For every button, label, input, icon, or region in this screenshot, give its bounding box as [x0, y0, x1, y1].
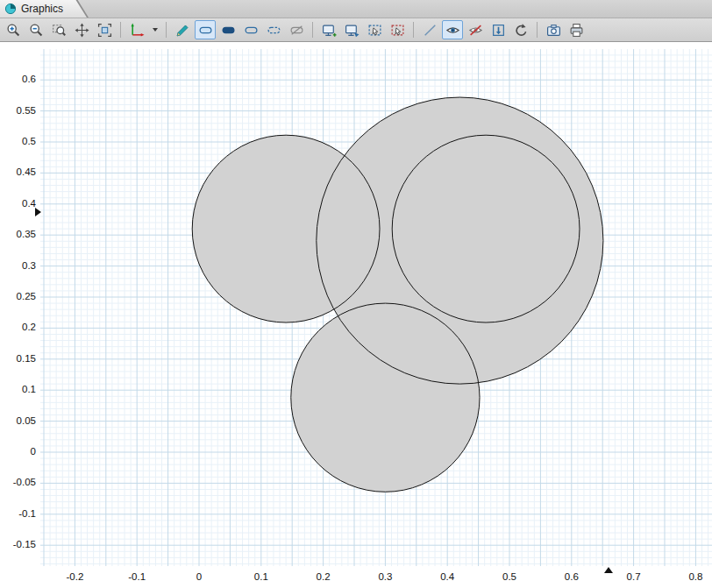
- show-grid-button[interactable]: [318, 20, 339, 39]
- pencil-icon: [175, 23, 190, 38]
- x-axis-marker: [604, 567, 613, 573]
- toolbar-separator: [413, 22, 414, 38]
- zoom-out-button[interactable]: [25, 20, 46, 39]
- select-vertices-button[interactable]: [286, 20, 307, 39]
- x-tick-label: 0.2: [303, 571, 345, 582]
- geometry-circle-fill: [291, 303, 480, 492]
- graphics-tab-icon: [4, 3, 17, 15]
- y-tick-label: 0.4: [0, 198, 36, 209]
- y-tick-label: 0.25: [0, 291, 36, 301]
- y-tick-label: 0.3: [0, 260, 36, 271]
- y-axis-marker: [35, 208, 41, 216]
- measure-icon: [423, 23, 438, 38]
- eye-slash-icon: [468, 23, 483, 38]
- graphics-tab[interactable]: Graphics: [0, 0, 91, 18]
- chevron-down-icon: [153, 28, 158, 32]
- reset-hiding-button[interactable]: [488, 20, 509, 39]
- x-tick-label: 0.5: [488, 571, 530, 582]
- zoom-to-selection-button[interactable]: [94, 20, 115, 39]
- select-objects-button[interactable]: [195, 20, 216, 39]
- zoom-in-button[interactable]: [3, 20, 24, 39]
- select-box-icon: [367, 23, 382, 38]
- x-tick-label: 0.4: [426, 571, 468, 582]
- visibility-button[interactable]: [442, 20, 463, 39]
- plot-canvas[interactable]: 0.60.550.50.450.40.350.30.250.20.150.10.…: [0, 42, 712, 588]
- measure-button[interactable]: [419, 20, 440, 39]
- zoom-in-icon: [6, 23, 21, 38]
- zoom-box-icon: [52, 23, 67, 38]
- go-to-view-dropdown[interactable]: [149, 20, 160, 39]
- toolbar-separator: [312, 22, 313, 38]
- deselect-box-icon: [390, 23, 405, 38]
- zoom-out-icon: [29, 23, 44, 38]
- toolbar-separator: [166, 22, 167, 38]
- x-tick-label: 0.8: [674, 571, 712, 582]
- tab-bar: Graphics: [0, 0, 712, 18]
- sketch-mode-button[interactable]: [172, 20, 193, 39]
- toolbar-separator: [120, 22, 121, 38]
- select-box-mode-button[interactable]: [364, 20, 385, 39]
- zoom-to-selection-icon: [97, 23, 112, 38]
- y-tick-label: 0.05: [0, 415, 36, 426]
- rotate-ccw-icon: [514, 23, 529, 38]
- y-tick-label: 0.5: [0, 136, 36, 146]
- x-tick-label: 0: [178, 571, 220, 582]
- zoom-extents-button[interactable]: [71, 20, 92, 39]
- y-tick-label: 0.1: [0, 384, 36, 394]
- y-tick-label: -0.15: [0, 539, 36, 549]
- x-tick-label: 0.1: [240, 571, 282, 582]
- select-objects-icon: [198, 23, 213, 38]
- eye-icon: [445, 23, 460, 38]
- refresh-view-button[interactable]: [510, 20, 531, 39]
- select-edges-icon: [267, 23, 281, 38]
- x-tick-label: 0.7: [613, 571, 655, 582]
- graphics-toolbar: [0, 18, 712, 42]
- y-tick-label: -0.05: [0, 477, 36, 487]
- box-arrow-icon: [491, 23, 506, 38]
- show-axes-button[interactable]: [341, 20, 362, 39]
- go-to-default-view-icon: [130, 23, 145, 38]
- zoom-extents-icon: [75, 23, 89, 38]
- graphics-tab-label: Graphics: [21, 3, 63, 15]
- x-tick-label: -0.1: [116, 571, 158, 582]
- y-tick-label: -0.1: [0, 508, 36, 519]
- show-axes-icon: [345, 23, 360, 38]
- select-domains-icon: [221, 23, 236, 38]
- hide-objects-button[interactable]: [465, 20, 486, 39]
- x-tick-label: -0.2: [53, 571, 96, 582]
- y-tick-label: 0: [0, 446, 36, 457]
- y-tick-label: 0.6: [0, 74, 36, 84]
- toolbar-separator: [537, 22, 538, 38]
- y-tick-label: 0.15: [0, 353, 36, 364]
- geometry-plot: [0, 42, 712, 588]
- y-tick-label: 0.45: [0, 166, 36, 177]
- deselect-box-mode-button[interactable]: [387, 20, 408, 39]
- printer-icon: [569, 23, 584, 38]
- x-tick-label: 0.6: [551, 571, 593, 582]
- show-grid-icon: [322, 23, 337, 38]
- y-tick-label: 0.55: [0, 105, 36, 116]
- select-domains-button[interactable]: [217, 20, 239, 39]
- image-snapshot-button[interactable]: [543, 20, 564, 39]
- select-boundaries-icon: [244, 23, 259, 38]
- go-to-default-view-button[interactable]: [126, 20, 147, 39]
- y-tick-label: 0.35: [0, 229, 36, 239]
- y-tick-label: 0.2: [0, 322, 36, 332]
- camera-icon: [546, 23, 561, 38]
- print-button[interactable]: [566, 20, 587, 39]
- zoom-box-button[interactable]: [48, 20, 69, 39]
- x-tick-label: 0.3: [364, 571, 406, 582]
- select-edges-button[interactable]: [263, 20, 284, 39]
- geometry-circle-fill: [392, 135, 580, 322]
- select-vertices-icon: [289, 23, 304, 38]
- select-boundaries-button[interactable]: [240, 20, 261, 39]
